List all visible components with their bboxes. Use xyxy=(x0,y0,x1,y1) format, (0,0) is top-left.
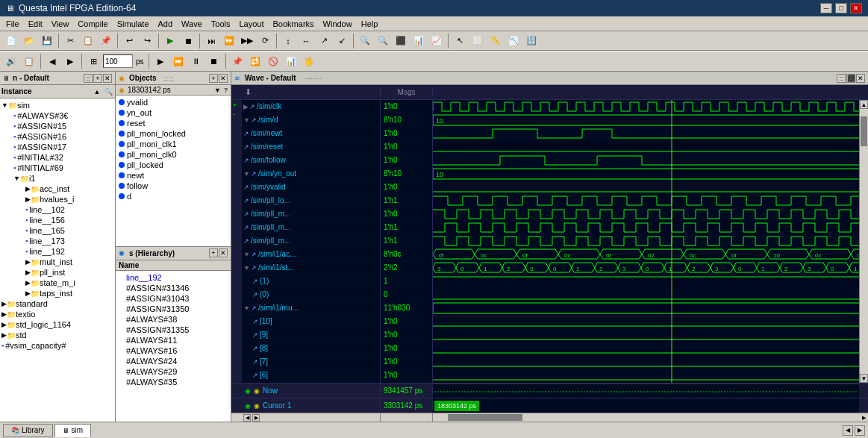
obj-newt[interactable]: newt xyxy=(117,170,229,181)
menu-tools[interactable]: Tools xyxy=(207,18,235,30)
tree-state[interactable]: ▶ 📁 state_m_i xyxy=(1,278,113,288)
zoom-out[interactable]: 🔍 xyxy=(375,33,391,49)
hscroll-left1[interactable]: ◀ xyxy=(243,414,251,422)
tree-initial69[interactable]: ▪ #INITIAL#69 xyxy=(1,163,113,173)
inst-search[interactable]: 🔍 xyxy=(103,87,113,97)
paste-button[interactable]: 📌 xyxy=(98,33,114,49)
tb12[interactable]: 📏 xyxy=(487,33,504,49)
tb8[interactable]: ↙ xyxy=(334,33,350,49)
wave-hscrollbar[interactable]: ◀ ▶ ▶ xyxy=(231,413,868,422)
menu-layout[interactable]: Layout xyxy=(235,18,269,30)
hier-list[interactable]: line__192 #ASSIGN#31346 #ASSIGN#31043 #A… xyxy=(116,271,231,422)
tb6[interactable]: ↔ xyxy=(298,33,314,49)
stop-sim[interactable]: ⏸ xyxy=(188,53,204,69)
tree-assign17[interactable]: ▪ #ASSIGN#17 xyxy=(1,142,113,152)
wave-row-ynout[interactable]: ▼ ↗ /sim/yn_out xyxy=(242,167,380,181)
new-button[interactable]: 📄 xyxy=(3,33,19,49)
zoom-fit[interactable]: ⬛ xyxy=(393,33,409,49)
tb13[interactable]: 📉 xyxy=(505,33,522,49)
hier-always29[interactable]: #ALWAYS#29 xyxy=(117,366,229,377)
time-value-input[interactable] xyxy=(103,54,133,68)
obj-close[interactable]: ✕ xyxy=(219,74,228,83)
instance-close[interactable]: ✕ xyxy=(103,74,112,83)
wave-close[interactable]: ✕ xyxy=(856,74,865,83)
wave-row-d[interactable]: ▼ ↗ /sim/d xyxy=(242,113,380,127)
menu-edit[interactable]: Edit xyxy=(24,18,47,30)
wave-row-yvalid[interactable]: ↗ /sim/yvalid xyxy=(242,181,380,194)
wave-expand-btn[interactable]: + xyxy=(233,101,240,109)
menu-file[interactable]: File xyxy=(1,18,24,30)
hscroll-track[interactable] xyxy=(433,413,859,422)
wave-row-ac[interactable]: ▼ ↗ /sim/i1/ac... xyxy=(242,248,380,261)
menu-wave[interactable]: Wave xyxy=(177,18,207,30)
hier-assign31350[interactable]: #ASSIGN#31350 xyxy=(117,304,229,314)
sim-opt2[interactable]: 🔁 xyxy=(247,53,263,69)
close-button[interactable]: ✕ xyxy=(850,3,862,13)
obj-add[interactable]: + xyxy=(209,74,218,83)
tb2[interactable]: ⏩ xyxy=(221,33,237,49)
tree-line192[interactable]: ▪ line__192 xyxy=(1,246,113,257)
vscroll-track[interactable] xyxy=(860,109,868,374)
obj-pll-clk0[interactable]: pll_moni_clk0 xyxy=(117,149,229,160)
tb10[interactable]: 📈 xyxy=(428,33,445,49)
hscroll-thumb-h[interactable] xyxy=(448,414,522,421)
cut-button[interactable]: ✂ xyxy=(62,33,78,49)
tb7[interactable]: ↗ xyxy=(316,33,332,49)
wave-row-reset[interactable]: ↗ /sim/reset xyxy=(242,140,380,154)
hier-add[interactable]: + xyxy=(209,248,218,257)
wave-row-pll2[interactable]: ↗ /sim/pll_m... xyxy=(242,207,380,221)
hier-close[interactable]: ✕ xyxy=(219,248,228,257)
tb11[interactable]: ⬜ xyxy=(469,33,486,49)
sim-fwd[interactable]: ▶ xyxy=(62,53,78,69)
obj-d[interactable]: d xyxy=(117,191,229,201)
break-sim[interactable]: ⏹ xyxy=(206,53,222,69)
wave-signal-area[interactable]: 10 xyxy=(433,100,859,383)
wave-row-bit1[interactable]: ↗ (1) xyxy=(242,275,380,288)
obj-yn-out[interactable]: yn_out xyxy=(117,107,229,118)
wave-collapse-btn[interactable]: - xyxy=(233,110,240,118)
sim-opt3[interactable]: 🚫 xyxy=(265,53,281,69)
tree-vsim[interactable]: ▪ #vsim_capacity# xyxy=(1,340,113,351)
menu-add[interactable]: Add xyxy=(154,18,178,30)
hier-always35[interactable]: #ALWAYS#35 xyxy=(117,377,229,387)
tb1[interactable]: ⏭ xyxy=(203,33,219,49)
tree-hval[interactable]: ▶ 📁 hvalues_i xyxy=(1,194,113,204)
instance-tree[interactable]: ▼ 📁 sim ▪ #ALWAYS#3€ ▪ #ASSIGN#15 ▪ #ASS… xyxy=(0,98,115,422)
sim-opt5[interactable]: 🖐 xyxy=(301,53,317,69)
tree-taps[interactable]: ▶ 📁 taps_inst xyxy=(1,288,113,298)
tab-library[interactable]: 📚 Library xyxy=(3,424,53,437)
menu-simulate[interactable]: Simulate xyxy=(113,18,154,30)
sim-tb2[interactable]: 📋 xyxy=(21,53,37,69)
redo-button[interactable]: ↪ xyxy=(139,33,155,49)
wave-row-clk[interactable]: ▶ ↗ /sim/clk xyxy=(242,100,380,113)
wave-row-newt[interactable]: ↗ /sim/newt xyxy=(242,127,380,140)
tree-line102[interactable]: ▪ line__102 xyxy=(1,204,113,215)
wave-row-b8[interactable]: ↗ [8] xyxy=(242,342,380,355)
wave-row-b9[interactable]: ↗ [9] xyxy=(242,328,380,342)
tb5[interactable]: ↕ xyxy=(280,33,296,49)
obj-yvalid[interactable]: yvalid xyxy=(117,97,229,107)
tree-standard[interactable]: ▶ 📁 standard xyxy=(1,298,113,309)
tree-line156[interactable]: ▪ line__156 xyxy=(1,215,113,225)
wave-row-b6[interactable]: ↗ [6] xyxy=(242,369,380,382)
wave-vscrollbar[interactable]: ▲ ▼ xyxy=(859,100,868,383)
zoom-in[interactable]: 🔍 xyxy=(357,33,373,49)
sim-tb1[interactable]: 🔊 xyxy=(3,53,19,69)
hier-always38[interactable]: #ALWAYS#38 xyxy=(117,314,229,325)
tree-i1[interactable]: ▼ 📁 i1 xyxy=(1,173,113,184)
tree-textio[interactable]: ▶ 📁 textio xyxy=(1,309,113,319)
obj-pll-clk1[interactable]: pll_moni_clk1 xyxy=(117,139,229,149)
hier-always16[interactable]: #ALWAYS#16 xyxy=(117,345,229,356)
sim-opt1[interactable]: 📌 xyxy=(229,53,246,69)
hscroll-right[interactable]: ▶ xyxy=(859,413,868,422)
hier-assign31355[interactable]: #ASSIGN#31355 xyxy=(117,325,229,335)
tree-line165[interactable]: ▪ line__165 xyxy=(1,225,113,236)
tree-mult[interactable]: ▶ 📁 mult_inst xyxy=(1,257,113,267)
wave-row-follow[interactable]: ↗ /sim/follow xyxy=(242,154,380,167)
sim-tb3[interactable]: ⊞ xyxy=(85,53,102,69)
menu-compile[interactable]: Compile xyxy=(73,18,112,30)
wave-row-st[interactable]: ▼ ↗ /sim/i1/st... xyxy=(242,261,380,275)
run-sim[interactable]: ▶ xyxy=(152,53,169,69)
tree-acc[interactable]: ▶ 📁 acc_inst xyxy=(1,184,113,194)
obj-pll-lock[interactable]: pll_locked xyxy=(117,160,229,170)
